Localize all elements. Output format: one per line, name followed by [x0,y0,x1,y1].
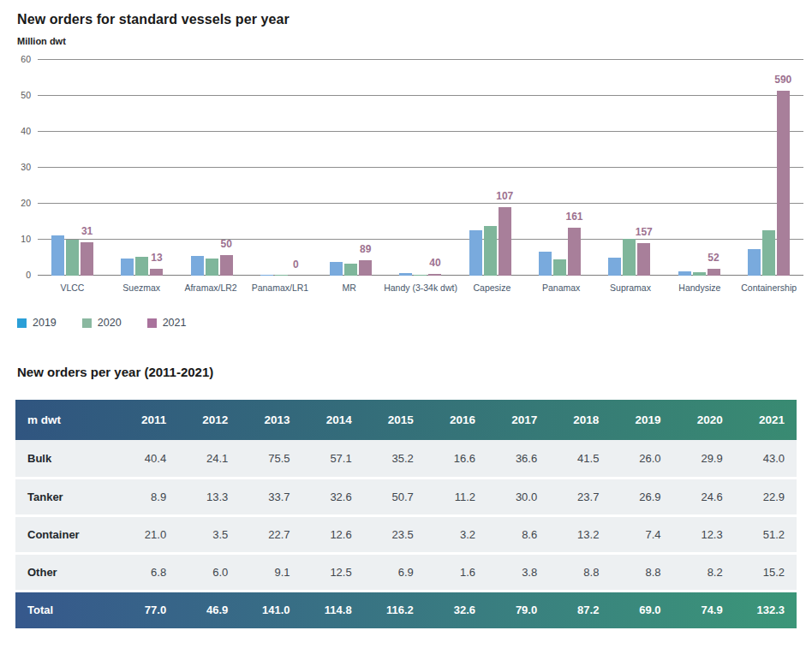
bar-group-supramax: 157 [594,60,664,276]
bar-group-handysize: 52 [664,60,733,276]
bar-2019 [608,258,621,276]
cell-value: 69.0 [611,591,672,628]
bar-2021 [708,269,720,276]
cell-value: 51.2 [735,515,797,553]
cell-value: 74.9 [673,591,735,628]
column-header: 2016 [426,400,487,440]
table-header-row: m dwt20112012201320142015201620172018201… [15,400,797,440]
cell-value: 6.8 [116,553,178,591]
y-tick-label: 40 [5,126,31,136]
bar-chart-plot-area: 0102030405060 3113500894010716115752590 [38,60,803,276]
x-axis-label: Supramax [596,282,666,293]
cell-value: 57.1 [302,440,364,478]
vessel-count-label-2021: 590 [774,74,791,86]
cell-value: 8.2 [673,553,735,591]
vessel-count-label-2021: 52 [708,252,719,264]
column-header: 2012 [178,400,240,440]
cell-value: 12.3 [673,515,735,553]
vessel-count-label-2021: 157 [636,226,653,238]
cell-value: 141.0 [240,591,302,628]
cell-value: 12.5 [302,553,364,591]
bar-2019 [539,252,552,276]
y-axis-unit-label: Million dwt [0,27,812,56]
column-header: 2018 [549,400,611,440]
x-axis-label: Suezmax [107,282,176,293]
bar-2021 [428,274,441,276]
table-row-bulk: Bulk40.424.175.557.135.216.636.641.526.0… [15,440,797,478]
cell-value: 11.2 [426,478,487,515]
cell-value: 29.9 [673,440,735,478]
x-axis-label: Panamax/LR1 [245,282,314,293]
column-header: 2014 [302,400,364,440]
bar-2020 [275,275,288,276]
column-header: 2015 [364,400,426,440]
bar-2019 [330,262,343,276]
y-tick-label: 60 [5,54,31,64]
bar-2020 [762,230,775,276]
bar-2019 [678,271,691,276]
cell-value: 3.2 [426,515,487,553]
row-label: Other [15,553,116,591]
legend-item-2020: 2020 [82,317,122,329]
y-tick-label: 30 [5,162,31,172]
cell-value: 9.1 [240,553,302,591]
orders-per-year-table: m dwt20112012201320142015201620172018201… [15,400,797,628]
bar-group-containership: 590 [734,60,803,276]
cell-value: 41.5 [549,440,611,478]
bar-group-mr: 89 [316,60,385,276]
bar-2020 [693,272,706,276]
bar-2019 [260,275,273,276]
cell-value: 79.0 [487,591,549,628]
cell-value: 33.7 [240,478,302,515]
bar-2019 [121,259,134,276]
vessel-count-label-2021: 161 [565,211,582,223]
cell-value: 116.2 [364,591,426,628]
bar-2020 [135,257,148,276]
cell-value: 8.8 [549,553,611,591]
cell-value: 22.7 [240,515,302,553]
bar-groups: 3113500894010716115752590 [38,60,803,276]
cell-value: 35.2 [364,440,426,478]
cell-value: 36.6 [487,440,549,478]
cell-value: 32.6 [426,591,487,628]
cell-value: 8.6 [487,515,549,553]
legend-swatch-icon [82,318,92,328]
legend-item-2021: 2021 [147,317,187,329]
bar-2021 [777,91,790,276]
bar-group-suezmax: 13 [107,60,176,276]
table-row-container: Container21.03.522.712.623.53.28.613.27.… [15,515,797,553]
bar-group-panamax-lr1: 0 [247,60,316,276]
cell-value: 23.7 [549,478,611,515]
cell-value: 26.9 [611,478,672,515]
bar-group-aframax-lr2: 50 [177,60,247,276]
cell-value: 3.5 [178,515,240,553]
column-header: 2020 [673,400,735,440]
x-axis-label: Aframax/LR2 [176,282,246,293]
row-label: Tanker [15,478,116,515]
column-header: 2021 [735,400,797,440]
cell-value: 26.0 [611,440,672,478]
bar-2021 [568,228,581,276]
cell-value: 23.5 [364,515,426,553]
cell-value: 7.4 [611,515,672,553]
x-axis-label: Panamax [527,282,596,293]
cell-value: 16.6 [426,440,487,478]
bar-group-vlcc: 31 [38,60,107,276]
y-tick-label: 20 [5,198,31,208]
report-page: New orders for standard vessels per year… [0,0,812,666]
cell-value: 13.3 [178,478,240,515]
bar-2020 [484,226,497,276]
cell-value: 32.6 [302,478,364,515]
legend-label: 2019 [33,317,57,329]
bar-2020 [414,275,427,276]
chart-title: New orders for standard vessels per year [0,0,812,27]
vessel-count-label-2021: 31 [81,225,93,237]
x-axis-label: Containership [734,282,803,293]
x-axis-label: MR [314,282,384,293]
bar-2021 [359,260,372,276]
x-axis-label: Handysize [665,282,734,293]
column-header: 2017 [487,400,549,440]
cell-value: 87.2 [549,591,611,628]
cell-value: 40.4 [116,440,178,478]
column-header: 2019 [611,400,672,440]
